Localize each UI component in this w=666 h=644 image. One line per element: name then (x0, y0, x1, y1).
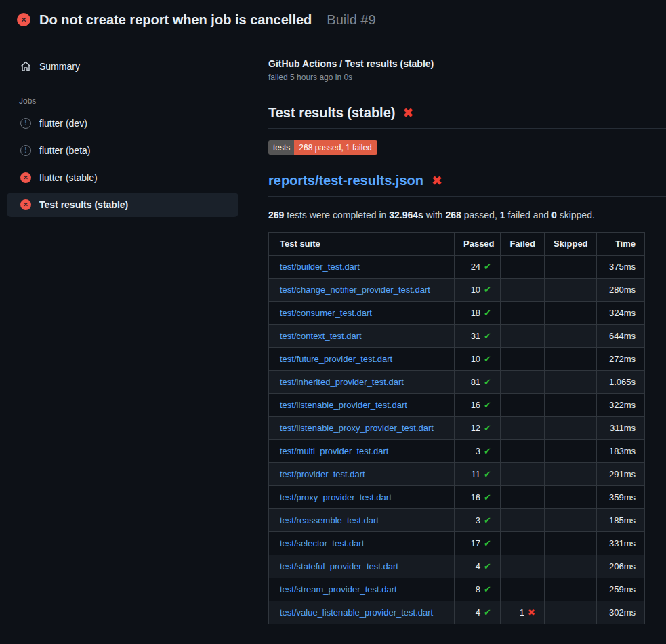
section-heading-row: Test results (stable) ✖ (268, 105, 666, 129)
skipped-cell (545, 417, 597, 440)
sidebar-job-item[interactable]: !flutter (dev) (7, 111, 238, 136)
skipped-cell (545, 601, 597, 624)
failed-cell (501, 509, 545, 532)
skipped-cell (545, 394, 597, 417)
failed-cell (501, 578, 545, 601)
failed-cell (501, 555, 545, 578)
check-icon: ✔ (484, 354, 491, 364)
test-suite-link[interactable]: test/provider_test.dart (280, 469, 365, 479)
skipped-cell (545, 279, 597, 302)
failed-cell (501, 440, 545, 463)
time-cell: 302ms (597, 601, 645, 624)
passed-cell: 81✔ (455, 371, 501, 394)
failed-cell (501, 394, 545, 417)
test-suite-link[interactable]: test/context_test.dart (280, 331, 362, 341)
test-suite-link[interactable]: test/consumer_test.dart (280, 308, 372, 318)
table-row: test/selector_test.dart17✔331ms (269, 532, 645, 555)
failed-x-circle-icon: ✕ (20, 172, 31, 183)
failed-cell (501, 302, 545, 325)
skipped-cell (545, 555, 597, 578)
table-row: test/consumer_test.dart18✔324ms (269, 302, 645, 325)
test-suite-link[interactable]: test/selector_test.dart (280, 538, 364, 548)
check-icon: ✔ (484, 584, 491, 595)
time-cell: 291ms (597, 463, 645, 486)
passed-cell: 8✔ (455, 578, 501, 601)
time-cell: 359ms (597, 486, 645, 509)
test-summary-sentence: 269 tests were completed in 32.964s with… (268, 209, 666, 220)
check-icon: ✔ (484, 492, 491, 502)
check-icon: ✔ (484, 469, 491, 479)
test-suite-link[interactable]: test/future_provider_test.dart (280, 354, 392, 364)
cross-icon: ✖ (528, 607, 535, 618)
sidebar-job-item[interactable]: !flutter (beta) (7, 138, 238, 163)
skipped-cell (545, 325, 597, 348)
time-cell: 1.065s (597, 371, 645, 394)
failed-cell: 1✖ (501, 601, 545, 624)
sidebar: Summary Jobs !flutter (dev)!flutter (bet… (0, 38, 249, 220)
skipped-cell (545, 371, 597, 394)
test-results-table: Test suitePassedFailedSkippedTime test/b… (268, 232, 645, 624)
sidebar-job-item[interactable]: ✕flutter (stable) (7, 165, 238, 190)
test-suite-link[interactable]: test/multi_provider_test.dart (280, 446, 388, 456)
failed-cell (501, 279, 545, 302)
cross-mark-icon: ✖ (432, 174, 442, 187)
time-cell: 644ms (597, 325, 645, 348)
skipped-cell (545, 302, 597, 325)
skipped-cell (545, 348, 597, 371)
failed-cell (501, 256, 545, 279)
sidebar-job-item[interactable]: ✕Test results (stable) (7, 193, 238, 217)
test-suite-link[interactable]: test/stateful_provider_test.dart (280, 561, 398, 571)
failed-cell (501, 532, 545, 555)
test-suite-link[interactable]: test/listenable_provider_test.dart (280, 400, 407, 410)
test-suite-link[interactable]: test/reassemble_test.dart (280, 515, 379, 525)
passed-cell: 10✔ (455, 279, 501, 302)
sidebar-job-label: flutter (beta) (39, 145, 90, 156)
table-row: test/proxy_provider_test.dart16✔359ms (269, 486, 645, 509)
cross-mark-icon: ✖ (402, 106, 413, 119)
table-row: test/inherited_provider_test.dart81✔1.06… (269, 371, 645, 394)
table-row: test/provider_test.dart11✔291ms (269, 463, 645, 486)
badge-label: tests (268, 140, 294, 155)
check-icon: ✔ (484, 446, 491, 456)
test-suite-link[interactable]: test/listenable_proxy_provider_test.dart (280, 423, 434, 433)
test-suite-link[interactable]: test/builder_test.dart (280, 262, 360, 272)
test-suite-link[interactable]: test/change_notifier_provider_test.dart (280, 285, 430, 295)
skipped-cell (545, 578, 597, 601)
passed-cell: 16✔ (455, 394, 501, 417)
check-icon: ✔ (484, 262, 491, 272)
check-icon: ✔ (484, 607, 491, 618)
table-header-skipped: Skipped (545, 233, 597, 256)
test-suite-link[interactable]: test/stream_provider_test.dart (280, 584, 397, 595)
page-title: Do not create report when job is cancell… (39, 12, 312, 28)
sidebar-job-label: flutter (stable) (39, 172, 98, 183)
test-suite-link[interactable]: test/value_listenable_provider_test.dart (280, 607, 433, 618)
check-icon: ✔ (484, 561, 491, 571)
table-row: test/context_test.dart31✔644ms (269, 325, 645, 348)
main-content: GitHub Actions / Test results (stable) f… (249, 38, 666, 624)
time-cell: 185ms (597, 509, 645, 532)
failed-x-circle-icon: ✕ (20, 199, 31, 210)
passed-cell: 4✔ (455, 601, 501, 624)
neutral-alert-circle-icon: ! (20, 118, 31, 129)
check-icon: ✔ (484, 400, 491, 410)
table-row: test/future_provider_test.dart10✔272ms (269, 348, 645, 371)
time-cell: 322ms (597, 394, 645, 417)
check-icon: ✔ (484, 331, 491, 341)
check-icon: ✔ (484, 515, 491, 525)
failed-cell (501, 348, 545, 371)
report-file-link[interactable]: reports/test-results.json (268, 173, 423, 188)
passed-cell: 3✔ (455, 509, 501, 532)
passed-cell: 12✔ (455, 417, 501, 440)
report-heading-row: reports/test-results.json ✖ (268, 173, 666, 197)
passed-cell: 16✔ (455, 486, 501, 509)
test-suite-link[interactable]: test/inherited_provider_test.dart (280, 377, 404, 387)
test-suite-link[interactable]: test/proxy_provider_test.dart (280, 492, 392, 502)
table-row: test/stream_provider_test.dart8✔259ms (269, 578, 645, 601)
sidebar-item-summary[interactable]: Summary (7, 54, 238, 79)
failed-cell (501, 371, 545, 394)
passed-cell: 24✔ (455, 256, 501, 279)
sidebar-jobs-list: !flutter (dev)!flutter (beta)✕flutter (s… (7, 111, 238, 217)
skipped-cell (545, 532, 597, 555)
passed-cell: 18✔ (455, 302, 501, 325)
skipped-cell (545, 486, 597, 509)
